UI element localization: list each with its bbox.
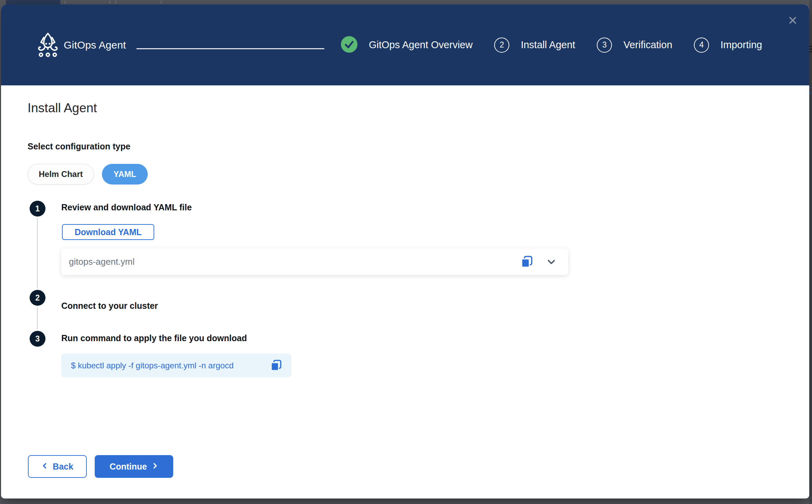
continue-button[interactable]: Continue bbox=[95, 455, 173, 478]
background-text-fragment: K bbox=[809, 85, 811, 96]
step-number-badge: 3 bbox=[597, 38, 612, 53]
chevron-left-icon bbox=[41, 462, 48, 472]
step-connector-line bbox=[37, 215, 38, 333]
kubectl-command-box: $ kubectl apply -f gitops-agent.yml -n a… bbox=[61, 354, 291, 377]
wizard-title: GitOps Agent bbox=[64, 4, 126, 85]
stepper-item-install-agent[interactable]: 2 Install Agent bbox=[494, 38, 575, 53]
back-button-label: Back bbox=[53, 462, 73, 472]
page-title: Install Agent bbox=[28, 101, 97, 115]
step-number-badge: 4 bbox=[694, 38, 709, 53]
body-step-1-badge: 1 bbox=[30, 201, 45, 217]
background-tab-divider bbox=[110, 1, 110, 4]
hamburger-icon bbox=[809, 51, 812, 52]
step-2-title: Connect to your cluster bbox=[61, 301, 158, 311]
close-icon[interactable] bbox=[786, 13, 800, 27]
background-tab-divider bbox=[115, 1, 116, 4]
gitops-agent-squid-icon bbox=[33, 32, 62, 59]
chevron-down-icon[interactable] bbox=[546, 256, 557, 267]
config-type-label: Select configuration type bbox=[28, 141, 131, 151]
kubectl-command-text: $ kubectl apply -f gitops-agent.yml -n a… bbox=[71, 361, 270, 370]
hamburger-icon bbox=[809, 49, 812, 50]
wizard-stepper: GitOps Agent Overview 2 Install Agent 3 … bbox=[341, 4, 762, 85]
stepper-label: GitOps Agent Overview bbox=[369, 39, 472, 51]
step-number-badge: 2 bbox=[494, 38, 509, 53]
wizard-header: GitOps Agent GitOps Agent Overview 2 Ins… bbox=[1, 4, 809, 85]
step-1-title: Review and download YAML file bbox=[61, 202, 192, 212]
stepper-label: Install Agent bbox=[521, 39, 575, 51]
screen: K bbox=[0, 0, 812, 504]
copy-icon[interactable] bbox=[520, 255, 533, 269]
body-step-2-badge: 2 bbox=[30, 290, 45, 306]
copy-icon[interactable] bbox=[270, 359, 282, 372]
step-3-title: Run command to apply the file you downlo… bbox=[61, 333, 247, 343]
yaml-pill[interactable]: YAML bbox=[102, 164, 148, 185]
body-step-3-badge: 3 bbox=[30, 331, 45, 347]
stepper-item-importing[interactable]: 4 Importing bbox=[694, 38, 762, 53]
stepper-item-overview[interactable]: GitOps Agent Overview bbox=[341, 36, 472, 54]
chevron-right-icon bbox=[152, 462, 158, 472]
header-divider bbox=[136, 48, 324, 49]
stepper-item-verification[interactable]: 3 Verification bbox=[597, 38, 672, 53]
continue-button-label: Continue bbox=[110, 462, 147, 472]
stepper-label: Verification bbox=[623, 39, 672, 51]
background-browser-tab bbox=[6, 0, 60, 5]
yaml-file-name: gitops-agent.yml bbox=[69, 256, 520, 267]
download-yaml-button[interactable]: Download YAML bbox=[62, 224, 154, 240]
hamburger-icon bbox=[809, 46, 812, 47]
helm-chart-pill[interactable]: Helm Chart bbox=[28, 164, 94, 185]
stepper-label: Importing bbox=[720, 39, 762, 51]
background-tab-divider bbox=[161, 1, 162, 4]
background-tab-divider bbox=[65, 1, 65, 4]
background-page-edge: K bbox=[809, 0, 812, 504]
step-complete-check-icon bbox=[341, 36, 357, 54]
yaml-file-row: gitops-agent.yml bbox=[61, 249, 568, 275]
gitops-agent-wizard-modal: GitOps Agent GitOps Agent Overview 2 Ins… bbox=[1, 4, 809, 498]
back-button[interactable]: Back bbox=[28, 455, 87, 478]
config-type-toggle: Helm Chart YAML bbox=[28, 164, 148, 185]
